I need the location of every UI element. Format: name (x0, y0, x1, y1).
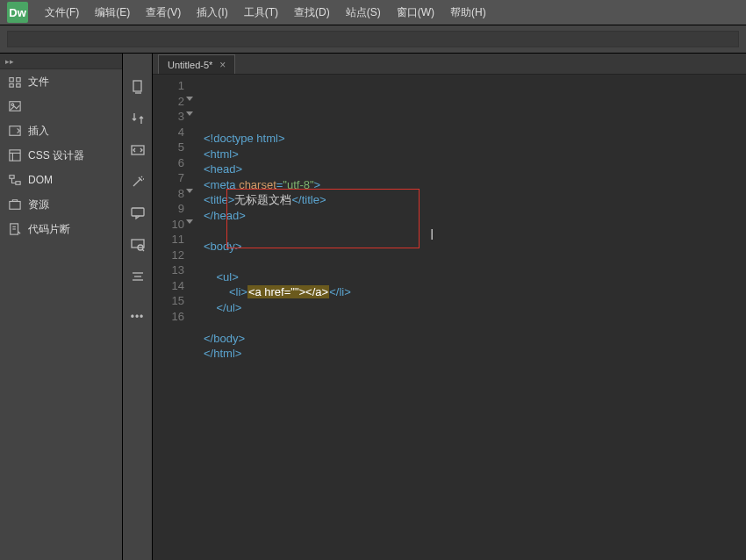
code-editor[interactable]: 12345678910111213141516 I <!doctype html… (153, 75, 746, 560)
code-toolbar: ••• (123, 54, 153, 560)
files-icon (9, 75, 21, 88)
line-number: 12 (153, 248, 184, 263)
menu-insert[interactable]: 插入(I) (189, 5, 235, 20)
panel-item-label: 资源 (28, 197, 49, 212)
document-tabbar: Untitled-5* × (153, 54, 746, 75)
line-number: 7 (153, 170, 184, 186)
tool-more[interactable]: ••• (129, 308, 147, 326)
svg-rect-7 (10, 150, 20, 161)
assets-icon (9, 198, 21, 211)
line-number: 8 (153, 186, 184, 202)
code-line[interactable]: </ul> (204, 300, 746, 316)
tool-format[interactable] (129, 268, 147, 285)
code-line[interactable] (204, 223, 746, 239)
code-line[interactable]: <body> (204, 239, 746, 255)
code-line[interactable]: </html> (204, 346, 746, 362)
code-line[interactable]: <html> (204, 147, 746, 162)
tab-close-icon[interactable]: × (219, 59, 226, 71)
code-line[interactable] (204, 254, 746, 269)
line-number: 2 (153, 94, 184, 110)
panel-item-image[interactable] (0, 94, 122, 118)
code-line[interactable]: </head> (204, 208, 746, 224)
svg-rect-0 (10, 78, 13, 82)
line-number: 1 (153, 78, 184, 94)
line-number: 6 (153, 155, 184, 171)
svg-point-5 (11, 104, 14, 106)
code-line[interactable]: <li><a href=""></a></li> (204, 284, 746, 300)
tool-file-mgmt[interactable] (129, 78, 147, 96)
tool-wand[interactable] (129, 173, 147, 190)
line-number: 5 (153, 140, 184, 155)
code-line[interactable]: <!doctype html> (204, 131, 746, 147)
tool-swap[interactable] (129, 110, 147, 127)
svg-rect-6 (10, 126, 20, 136)
panel-collapse-handle[interactable]: ▸▸ (0, 54, 122, 69)
code-line[interactable]: <head> (204, 162, 746, 177)
svg-rect-18 (132, 208, 144, 216)
menu-tools[interactable]: 工具(T) (236, 5, 286, 20)
code-line[interactable]: <title>无标题文档</title> (204, 192, 746, 208)
tool-inspect[interactable] (129, 236, 147, 254)
tool-comment[interactable] (129, 205, 147, 222)
code-line[interactable] (204, 362, 746, 377)
document-tab[interactable]: Untitled-5* × (158, 54, 235, 74)
svg-rect-12 (10, 202, 20, 210)
panel-item-label: 代码片断 (28, 222, 70, 237)
code-content[interactable]: I <!doctype html><html><head><meta chars… (191, 78, 746, 560)
panel-item-assets[interactable]: 资源 (0, 192, 122, 217)
svg-rect-16 (133, 81, 141, 91)
menu-help[interactable]: 帮助(H) (442, 5, 494, 20)
panel-sidebar: ▸▸ 文件 插入 CSS 设计器 DOM 资源 代码片断 (0, 54, 123, 560)
image-icon (9, 100, 21, 112)
line-number: 9 (153, 201, 184, 217)
panel-item-css-designer[interactable]: CSS 设计器 (0, 143, 122, 168)
menu-find[interactable]: 查找(D) (286, 5, 338, 20)
tool-code-nav[interactable] (129, 141, 147, 159)
svg-rect-11 (16, 182, 20, 185)
svg-rect-10 (10, 176, 14, 179)
quick-edit-bar (0, 25, 746, 54)
panel-item-insert[interactable]: 插入 (0, 118, 122, 143)
code-line[interactable]: <ul> (204, 269, 746, 285)
line-number: 11 (153, 232, 184, 248)
line-number: 10 (153, 217, 184, 233)
text-cursor-icon: I (430, 227, 434, 243)
menu-edit[interactable]: 编辑(E) (87, 5, 138, 20)
code-line[interactable] (204, 315, 746, 331)
panel-item-label: DOM (28, 174, 53, 186)
app-logo: Dw (7, 2, 28, 23)
editor-area: Untitled-5* × 12345678910111213141516 I … (153, 54, 746, 560)
quick-edit-input[interactable] (7, 31, 739, 47)
line-number: 4 (153, 125, 184, 140)
line-number: 3 (153, 109, 184, 125)
dom-icon (9, 174, 21, 186)
panel-item-dom[interactable]: DOM (0, 168, 122, 192)
menu-window[interactable]: 窗口(W) (389, 5, 442, 20)
line-number: 15 (153, 293, 184, 309)
css-icon (9, 149, 21, 162)
menu-site[interactable]: 站点(S) (338, 5, 389, 20)
panel-item-label: 插入 (28, 124, 49, 139)
line-number: 14 (153, 278, 184, 294)
menu-view[interactable]: 查看(V) (138, 5, 189, 20)
menu-bar: Dw 文件(F) 编辑(E) 查看(V) 插入(I) 工具(T) 查找(D) 站… (0, 0, 746, 25)
snippets-icon (9, 223, 21, 235)
tab-title: Untitled-5* (168, 60, 212, 70)
svg-rect-3 (17, 84, 20, 88)
panel-item-files[interactable]: 文件 (0, 69, 122, 94)
line-gutter: 12345678910111213141516 (153, 78, 191, 560)
code-line[interactable]: </body> (204, 331, 746, 347)
code-line[interactable]: <meta charset="utf-8"> (204, 177, 746, 193)
menu-file[interactable]: 文件(F) (37, 5, 87, 20)
panel-item-snippets[interactable]: 代码片断 (0, 217, 122, 241)
svg-rect-1 (17, 78, 20, 82)
panel-item-label: CSS 设计器 (28, 148, 84, 163)
line-number: 16 (153, 309, 184, 325)
svg-rect-2 (10, 84, 13, 88)
panel-item-label: 文件 (28, 75, 49, 90)
line-number: 13 (153, 262, 184, 278)
insert-icon (9, 125, 21, 137)
